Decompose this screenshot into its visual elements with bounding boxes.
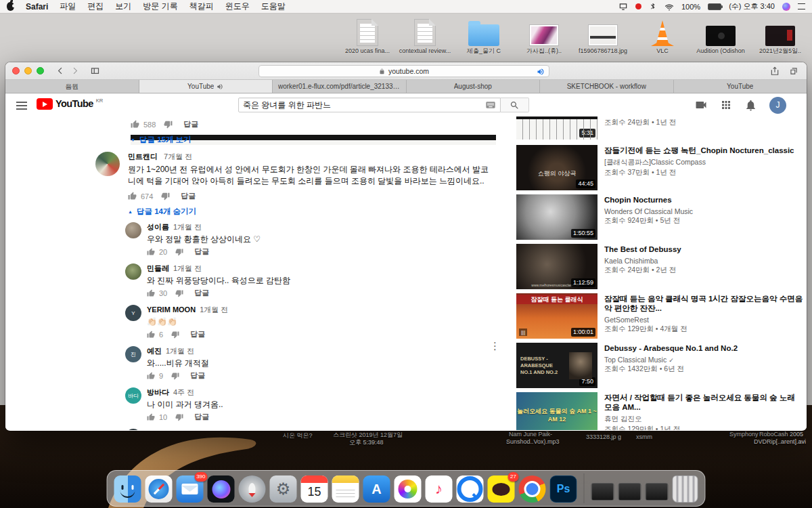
display-status-icon[interactable] <box>618 2 628 12</box>
like-icon[interactable] <box>147 372 155 380</box>
create-video-icon[interactable] <box>694 98 708 112</box>
keyboard-icon[interactable] <box>485 100 496 110</box>
desktop-app-vlc[interactable]: VLC <box>636 18 689 54</box>
tab-audio-indicator-icon[interactable] <box>537 68 545 76</box>
video-title[interactable]: 잠잘때 듣는 음악 클래식 명곡 1시간 잠잘오는음악 수면음악 편안한 잔잔.… <box>604 294 803 313</box>
video-thumbnail[interactable]: DEBUSSY - ARABESQUE NO.1 AND NO.27:50 <box>516 343 597 388</box>
avatar[interactable]: Y <box>125 305 141 321</box>
battery-icon[interactable] <box>708 3 721 10</box>
minimized-window-thumbnail[interactable] <box>646 483 669 501</box>
comment-author[interactable]: 민들레 <box>147 264 169 272</box>
avatar[interactable] <box>95 152 120 176</box>
desktop-file-label[interactable]: 시온 먹은? <box>283 431 313 440</box>
address-bar[interactable]: youtube.com <box>258 65 549 77</box>
tab-pdf[interactable]: worker01.e-flux.com/pdf/article_321338.p… <box>273 80 407 93</box>
menu-clock[interactable]: (수) 오후 3:40 <box>729 1 775 12</box>
video-title[interactable]: Debussy - Arabesque No.1 and No.2 <box>604 343 803 353</box>
like-icon[interactable] <box>128 192 137 200</box>
like-icon[interactable] <box>147 331 155 339</box>
like-icon[interactable] <box>147 248 155 256</box>
tab-youtube-2[interactable]: YouTube <box>674 80 807 93</box>
dock-system-preferences[interactable]: ⚙ <box>270 475 297 503</box>
dislike-icon[interactable] <box>175 413 183 421</box>
dislike-icon[interactable] <box>171 372 179 380</box>
reply-button[interactable]: 답글 <box>194 412 209 422</box>
desktop-file-label[interactable]: Sunshod..Vox).mp3 <box>506 438 560 445</box>
dislike-icon[interactable] <box>161 192 170 200</box>
minimize-button[interactable] <box>24 67 32 75</box>
tab-speaker-icon[interactable] <box>217 83 223 90</box>
menu-view[interactable]: 보기 <box>115 1 131 12</box>
desktop-file-label[interactable]: 오후 5:39:48 <box>349 438 384 447</box>
desktop-video[interactable]: Audition (Odishon <box>694 18 747 54</box>
forward-button[interactable] <box>68 66 82 75</box>
dock-chrome[interactable] <box>519 475 546 503</box>
tab-youtube-active[interactable]: YouTube <box>139 80 273 93</box>
video-channel[interactable]: Kaela Chishimba <box>604 257 803 265</box>
view-replies-link[interactable]: ▼ 답글 15개 보기 <box>131 135 496 145</box>
trash-icon[interactable] <box>673 475 698 503</box>
desktop-image[interactable]: 가사집..(휴).. <box>518 18 570 54</box>
reply-button[interactable]: 답글 <box>190 329 205 339</box>
avatar[interactable] <box>125 263 141 280</box>
reply-button[interactable]: 답글 <box>194 247 209 257</box>
dock-siri[interactable] <box>208 475 235 503</box>
tab-overview-button[interactable] <box>789 66 798 76</box>
video-thumbnail[interactable]: 놀러오세요 동물의 숲 AM 1 ~ AM 12 <box>516 392 597 430</box>
comment-author[interactable]: NightFlier <box>147 429 181 430</box>
desktop-file-label[interactable]: Symphony <box>729 431 759 438</box>
record-status-icon[interactable] <box>635 3 641 9</box>
video-thumbnail[interactable]: 잠잘때 듣는 클래식1:00:01 <box>516 293 597 339</box>
comment-author[interactable]: 민트캔디 <box>128 152 158 161</box>
desktop-file[interactable]: 2020 ucas fina... <box>341 18 394 54</box>
dock-notes[interactable] <box>332 475 359 503</box>
dock-kakaotalk[interactable]: 27 <box>488 475 515 503</box>
comment-author[interactable]: 예진 <box>147 347 162 355</box>
dislike-icon[interactable] <box>164 120 173 129</box>
siri-icon[interactable] <box>782 3 790 11</box>
dock-calendar[interactable]: 15 <box>301 475 328 503</box>
dislike-icon[interactable] <box>175 289 183 297</box>
apple-menu-icon[interactable] <box>7 2 14 11</box>
menu-file[interactable]: 파일 <box>60 1 76 12</box>
video-thumbnail[interactable]: www.melhoresmusicasclassicas...1:12:59 <box>516 244 597 289</box>
desktop-file-label[interactable]: RoboCash 2005 <box>759 431 803 438</box>
video-item[interactable]: 5:31 조회수 24만회 • 1년 전 <box>516 117 803 140</box>
video-channel[interactable]: 휴먼 김진오 <box>604 415 803 424</box>
video-channel[interactable]: Wonders Of Classical Music <box>604 207 803 215</box>
desktop-file-label[interactable]: 3333128.jp g <box>586 433 621 440</box>
video-channel[interactable]: Top Classical Music✓ <box>604 356 803 364</box>
share-button[interactable] <box>770 66 780 76</box>
desktop-file-label[interactable]: xsmm <box>636 433 652 440</box>
menu-history[interactable]: 방문 기록 <box>143 1 177 12</box>
video-title[interactable]: Chopin Nocturnes <box>604 195 803 205</box>
avatar[interactable] <box>125 222 141 238</box>
hide-replies-link[interactable]: ▲ 답글 14개 숨기기 <box>128 207 496 217</box>
dock-launchpad[interactable] <box>239 475 266 503</box>
apps-grid-icon[interactable] <box>720 99 732 111</box>
reply-button[interactable]: 답글 <box>181 191 196 201</box>
dock-finder[interactable] <box>114 475 141 503</box>
search-button[interactable] <box>501 98 529 112</box>
video-title[interactable]: The Best of Debussy <box>604 245 803 254</box>
zoom-button[interactable] <box>37 67 44 75</box>
menu-help[interactable]: 도움말 <box>261 1 286 12</box>
comment-options-icon[interactable]: ⋮ <box>490 340 500 352</box>
video-thumbnail[interactable]: 5:31 <box>516 117 597 140</box>
desktop-video[interactable]: 2021년2월5일.. <box>754 18 807 54</box>
close-button[interactable] <box>12 67 20 75</box>
dock-app-store[interactable]: A <box>363 475 390 503</box>
dock-safari[interactable] <box>145 475 173 503</box>
sidebar-button[interactable] <box>87 66 103 76</box>
video-item[interactable]: 쇼팽의 야상곡44:45 잠들기전에 듣는 쇼팽 녹턴_Chopin Noctu… <box>516 145 803 190</box>
youtube-logo[interactable]: YouTube KR <box>37 98 103 110</box>
dock-photos[interactable] <box>394 475 422 503</box>
window-titlebar[interactable]: youtube.com <box>5 62 807 80</box>
avatar[interactable]: N <box>125 429 141 430</box>
avatar[interactable]: 진 <box>125 346 141 362</box>
back-button[interactable] <box>53 66 68 75</box>
menu-window[interactable]: 윈도우 <box>225 1 250 12</box>
notification-center-icon[interactable] <box>798 3 805 9</box>
video-item[interactable]: 놀러오세요 동물의 숲 AM 1 ~ AM 12 자면서 / 작업할때 듣기 좋… <box>516 392 803 430</box>
like-icon[interactable] <box>131 120 139 129</box>
